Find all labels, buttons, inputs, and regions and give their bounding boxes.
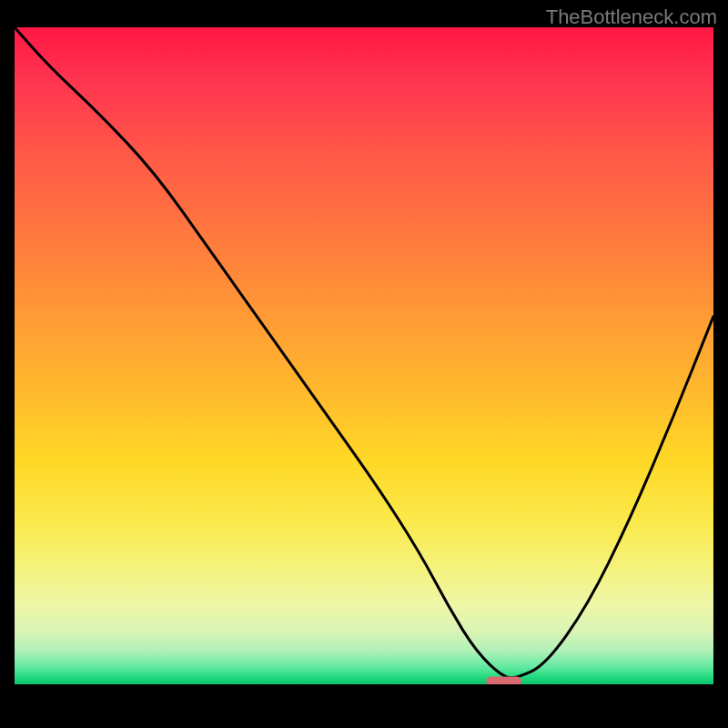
gradient-background xyxy=(15,27,713,684)
watermark-text: TheBottleneck.com xyxy=(546,5,717,29)
plot-area xyxy=(15,27,713,713)
x-axis-baseline xyxy=(15,684,713,686)
chart-frame xyxy=(15,27,713,713)
